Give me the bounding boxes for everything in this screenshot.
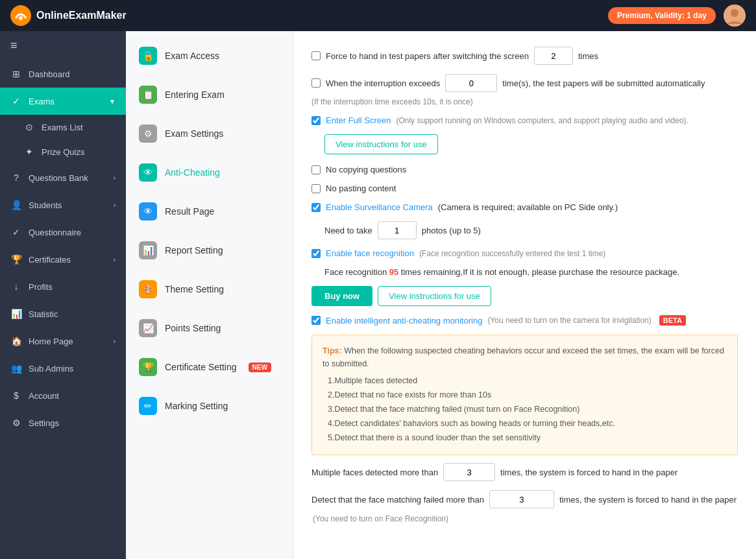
need-to-take-row: Need to take photos (up to 5) [324, 221, 738, 239]
sidebar-label-questions-bank: Questions Bank [29, 173, 88, 183]
content-panel: Force to hand in test papers after switc… [293, 31, 756, 559]
premium-badge: Premium, Validity: 1 day [608, 7, 716, 24]
exams-list-icon: ⊙ [23, 121, 35, 133]
sidebar-item-exams[interactable]: ✓ Exams ▼ [0, 88, 126, 115]
tips-label: Tips: [323, 346, 342, 355]
sidebar-item-statistic[interactable]: 📊 Statistic [0, 300, 126, 327]
sidebar-label-students: Students [29, 200, 62, 210]
certificates-icon: 🏆 [10, 254, 22, 265]
sidebar-item-account[interactable]: $ Account [0, 382, 126, 409]
force-hand-in-input[interactable] [534, 47, 573, 65]
middle-item-result-page[interactable]: 👁 Result Page [126, 192, 293, 231]
sidebar-label-homepage: Home Page [29, 337, 73, 346]
face-recognition-row: Enable face recognition (Face recognitio… [311, 248, 738, 258]
face-rec-before: Face recognition [324, 267, 387, 277]
points-setting-icon: 📈 [139, 319, 157, 337]
need-to-take-input[interactable] [378, 221, 417, 239]
chevron-down-icon: ▼ [109, 98, 116, 105]
sidebar-item-profits[interactable]: ↓ Profits [0, 273, 126, 300]
multiple-faces-input[interactable] [443, 463, 495, 481]
middle-item-certificate-setting[interactable]: 🏆 Certificate Setting NEW [126, 348, 293, 387]
face-matching-note: (You need to turn on Face Recognition) [313, 514, 448, 523]
no-pasting-checkbox[interactable] [311, 184, 321, 193]
interruption-label-after: time(s), the test papers will be submitt… [502, 78, 705, 88]
face-recognition-note: (Face recognition successfully entered t… [419, 249, 605, 258]
theme-setting-icon: 🎨 [139, 280, 157, 298]
force-hand-in-label-before: Force to hand in test papers after switc… [326, 51, 529, 61]
exam-access-icon: 🔒 [139, 47, 157, 65]
sidebar-label-certificates: Certificates [29, 255, 71, 265]
chevron-right-icon3: › [114, 256, 116, 263]
homepage-icon: 🏠 [10, 335, 22, 347]
view-instructions-button-2[interactable]: View instructions for use [378, 286, 491, 306]
surveillance-camera-label: Enable Surveillance Camera [326, 202, 433, 212]
sidebar-label-exams: Exams [29, 97, 55, 106]
middle-item-anti-cheating[interactable]: 👁 Anti-Cheating [126, 153, 293, 192]
beta-badge: BETA [659, 315, 686, 326]
interruption-input[interactable] [445, 74, 497, 92]
sidebar-item-homepage[interactable]: 🏠 Home Page › [0, 327, 126, 355]
header: OnlineExamMaker Premium, Validity: 1 day [0, 0, 756, 31]
intelligent-monitoring-note: (You need to turn on the camera for invi… [487, 316, 651, 325]
middle-label-theme-setting: Theme Setting [165, 284, 224, 294]
middle-item-theme-setting[interactable]: 🎨 Theme Setting [126, 270, 293, 309]
tip-item-5: 5.Detect that there is a sound louder th… [328, 431, 727, 444]
hamburger-icon[interactable]: ≡ [0, 31, 126, 60]
sidebar-item-exams-list[interactable]: ⊙ Exams List [0, 115, 126, 139]
logo: OnlineExamMaker [10, 5, 127, 26]
interruption-checkbox[interactable] [311, 78, 321, 88]
sidebar-item-dashboard[interactable]: ⊞ Dashboard [0, 60, 126, 88]
avatar[interactable] [724, 5, 746, 27]
sidebar-label-questionnaire: Questionnaire [29, 228, 81, 237]
sidebar-item-prize-quizs[interactable]: ✦ Prize Quizs [0, 139, 126, 164]
middle-item-marking-setting[interactable]: ✏ Marking Setting [126, 387, 293, 425]
need-to-take-label-before: Need to take [324, 226, 372, 235]
middle-item-report-setting[interactable]: 📊 Report Setting [126, 231, 293, 270]
sidebar-label-settings: Settings [29, 418, 59, 428]
middle-label-result-page: Result Page [165, 206, 214, 217]
sidebar-item-settings[interactable]: ⚙ Settings [0, 409, 126, 436]
exam-settings-icon: ⚙ [139, 125, 157, 143]
sidebar-item-questionnaire[interactable]: ✓ Questionnaire [0, 219, 126, 246]
chevron-right-icon4: › [114, 338, 116, 345]
intelligent-monitoring-checkbox[interactable] [311, 316, 321, 325]
sidebar-item-certificates[interactable]: 🏆 Certificates › [0, 246, 126, 273]
svg-point-1 [19, 16, 23, 20]
face-matching-label-before: Detect that the face matching failed mor… [311, 495, 484, 505]
sidebar-label-statistic: Statistic [29, 309, 58, 319]
sidebar-label-exams-list: Exams List [42, 123, 83, 132]
middle-item-exam-access[interactable]: 🔒 Exam Access [126, 36, 293, 75]
middle-label-entering-exam: Entering Exam [165, 89, 225, 100]
sidebar-item-questions-bank[interactable]: ? Questions Bank › [0, 164, 126, 191]
full-screen-row: Enter Full Screen (Only support running … [311, 115, 738, 125]
full-screen-checkbox[interactable] [311, 116, 321, 125]
middle-item-entering-exam[interactable]: 📋 Entering Exam [126, 75, 293, 114]
sidebar-label-dashboard: Dashboard [29, 69, 70, 79]
svg-point-3 [731, 9, 738, 17]
sidebar-label-account: Account [29, 391, 59, 401]
surveillance-camera-checkbox[interactable] [311, 203, 321, 212]
buy-now-row: Buy now View instructions for use [311, 286, 738, 306]
tip-item-2: 2.Detect that no face exists for more th… [328, 388, 727, 401]
force-hand-in-row: Force to hand in test papers after switc… [311, 47, 738, 65]
middle-item-exam-settings[interactable]: ⚙ Exam Settings [126, 114, 293, 153]
middle-label-points-setting: Points Setting [165, 323, 221, 333]
middle-label-exam-settings: Exam Settings [165, 128, 223, 139]
no-copying-checkbox[interactable] [311, 165, 321, 174]
full-screen-note: (Only support running on Windows compute… [396, 116, 688, 125]
middle-item-points-setting[interactable]: 📈 Points Setting [126, 309, 293, 348]
face-matching-input[interactable] [489, 490, 554, 508]
force-hand-in-checkbox[interactable] [311, 51, 321, 60]
face-recognition-checkbox[interactable] [311, 249, 321, 258]
sidebar-item-students[interactable]: 👤 Students › [0, 191, 126, 219]
multiple-faces-row: Multiple faces detected more than times,… [311, 463, 738, 481]
svg-point-0 [10, 5, 31, 26]
sidebar-item-sub-admins[interactable]: 👥 Sub Admins [0, 355, 126, 382]
marking-setting-icon: ✏ [139, 397, 157, 415]
buy-now-button[interactable]: Buy now [311, 286, 372, 306]
face-matching-label-after: times, the system is forced to hand in t… [559, 495, 737, 505]
view-instructions-button-1[interactable]: View instructions for use [324, 134, 438, 154]
questions-bank-icon: ? [10, 172, 22, 184]
prize-quizs-icon: ✦ [23, 146, 35, 158]
logo-text: OnlineExamMaker [36, 10, 127, 21]
